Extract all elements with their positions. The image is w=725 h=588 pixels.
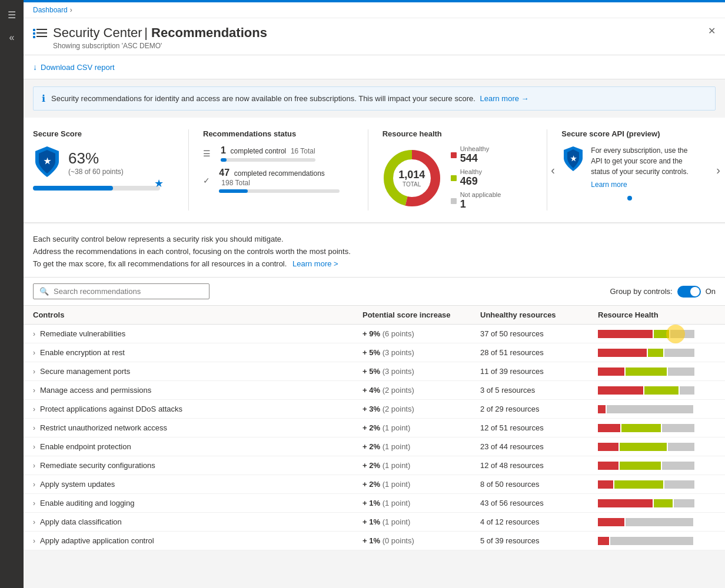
unhealthy-resources: 12 of 48 resources [480,461,598,470]
healthy-label: Healthy [460,168,482,175]
api-title: Secure score API (preview) [561,129,698,138]
row-name: › Secure management ports [33,367,362,376]
score-increase: + 2% (1 point) [362,442,480,451]
table-row[interactable]: › Apply adaptive application control + 1… [24,532,725,550]
bar-green [621,424,661,432]
score-star-icon: ★ [154,177,164,190]
page-header: Security Center | Recommendations Showin… [24,18,725,55]
score-increase: + 1% (1 point) [362,517,480,526]
expand-chevron[interactable]: › [33,330,35,338]
control-name: Restrict unauthorized network access [40,423,167,432]
rec-status-title: Recommendations status [203,129,340,138]
table-row[interactable]: › Remediate vulnerabilities + 9% (6 poin… [24,325,725,343]
api-learn-more-link[interactable]: Learn more [591,181,698,189]
legend-healthy: Healthy 469 [451,168,501,188]
healthy-info: Healthy 469 [460,168,482,188]
control-name: Enable endpoint protection [40,442,131,451]
table-row[interactable]: › Protect applications against DDoS atta… [24,400,725,419]
resource-health-content: 1,014 TOTAL Unhealthy 544 [383,145,519,211]
breadcrumb-dashboard[interactable]: Dashboard [33,6,68,14]
bar-gray [674,499,694,507]
expand-chevron[interactable]: › [33,480,35,489]
title-sep: | [144,25,151,40]
bar-red [598,499,653,507]
table-row[interactable]: › Manage access and permissions + 4% (2 … [24,381,725,400]
section-intro: Each security control below represents a… [24,224,725,278]
table-row[interactable]: › Remediate security configurations + 2%… [24,456,725,475]
row-name: › Apply data classification [33,517,362,526]
banner-text: Security recommendations for identity an… [51,94,529,103]
bar-gray [670,330,694,338]
svg-rect-1 [36,29,47,30]
col-header-health: Resource Health [598,310,716,319]
rec-recs-icon: ✓ [203,176,213,185]
api-desc-text: For every subscription, use the API to g… [591,145,698,177]
svg-rect-4 [33,36,35,38]
bar-gray [664,480,694,489]
resource-health-block: Resource health 1,014 TOTAL [383,129,533,211]
table-row[interactable]: › Enable auditing and logging + 1% (1 po… [24,494,725,513]
secure-score-title: Secure Score [33,129,160,138]
na-info: Not applicable 1 [460,191,501,211]
unhealthy-resources: 43 of 56 resources [480,499,598,507]
donut-total: 1,014 [398,169,425,181]
download-csv-button[interactable]: ↓ Download CSV report [33,60,115,74]
score-bar-container: ★ [33,186,160,191]
carousel-dot-active [627,196,632,201]
breadcrumb[interactable]: Dashboard › [24,2,725,18]
expand-chevron[interactable]: › [33,424,35,432]
bar-green [626,368,667,376]
api-content: ★ For every subscription, use the API to… [561,145,698,189]
banner-learn-more-link[interactable]: Learn more → [480,94,529,103]
row-name: › Apply adaptive application control [33,536,362,545]
group-by-toggle[interactable] [677,286,701,298]
row-name: › Remediate security configurations [33,461,362,470]
expand-chevron[interactable]: › [33,368,35,376]
intro-line3: To get the max score, fix all recommenda… [33,258,716,270]
api-description: For every subscription, use the API to g… [591,145,698,189]
nav-menu-icon[interactable]: ☰ [3,5,21,25]
expand-chevron[interactable]: › [33,386,35,395]
rec-controls-row: ☰ 1 completed control 16 Total [203,145,340,162]
info-banner: ℹ Security recommendations for identity … [33,86,716,111]
score-increase: + 4% (2 points) [362,386,480,395]
search-input[interactable] [54,287,203,296]
divider-2 [368,129,368,211]
score-increase: + 2% (1 point) [362,480,480,489]
expand-chevron[interactable]: › [33,462,35,470]
score-detail: (~38 of 60 points) [68,168,124,176]
table-row[interactable]: › Restrict unauthorized network access +… [24,419,725,437]
table-row[interactable]: › Enable endpoint protection + 2% (1 poi… [24,437,725,456]
donut-chart: 1,014 TOTAL [383,149,441,208]
header-icon [33,26,47,44]
expand-chevron[interactable]: › [33,405,35,413]
score-increase: + 5% (3 points) [362,367,480,376]
expand-chevron[interactable]: › [33,537,35,545]
table-row[interactable]: › Apply data classification + 1% (1 poin… [24,513,725,532]
na-label: Not applicable [460,191,501,198]
intro-line3-text: To get the max score, fix all recommenda… [33,259,287,268]
table-row[interactable]: › Apply system updates + 2% (1 point) 8 … [24,475,725,494]
bar-green [654,499,673,507]
nav-collapse-icon[interactable]: « [5,28,19,48]
expand-chevron[interactable]: › [33,518,35,526]
expand-chevron[interactable]: › [33,443,35,451]
score-increase: + 5% (3 points) [362,348,480,357]
row-name: › Remediate vulnerabilities [33,329,362,338]
toolbar: ↓ Download CSV report [24,55,725,79]
health-bar [598,462,716,470]
intro-learn-more-link[interactable]: Learn more > [292,259,338,268]
bar-green [620,443,667,451]
bar-gray [668,368,694,376]
carousel-prev-button[interactable]: ‹ [551,163,555,177]
table-row[interactable]: › Secure management ports + 5% (3 points… [24,362,725,381]
carousel-next-button[interactable]: › [716,163,720,177]
close-button[interactable]: ✕ [708,25,716,36]
bar-red [598,330,653,338]
table-row[interactable]: › Enable encryption at rest + 5% (3 poin… [24,343,725,362]
score-increase: + 1% (1 point) [362,499,480,507]
page-title: Security Center | Recommendations [53,25,267,41]
bar-gray [610,537,693,545]
expand-chevron[interactable]: › [33,349,35,357]
expand-chevron[interactable]: › [33,499,35,507]
